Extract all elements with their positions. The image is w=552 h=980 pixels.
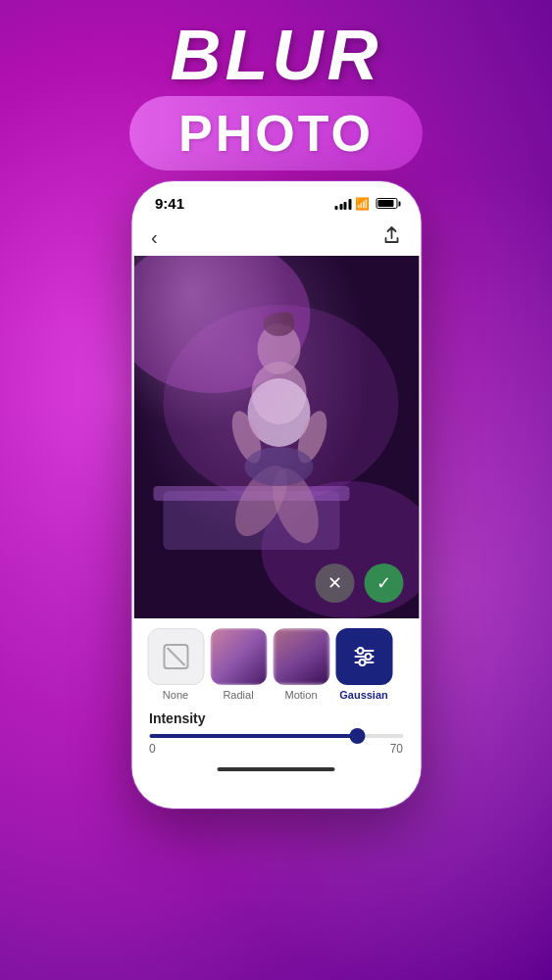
photo-area: ✕ ✓ [133, 256, 419, 618]
cancel-button[interactable]: ✕ [315, 564, 354, 603]
title-photo-wrap: PHOTO [129, 96, 423, 171]
phone-mockup: 9:41 📶 ‹ [131, 181, 421, 808]
blur-type-selector: None Radial Motion [133, 628, 419, 701]
intensity-section: Intensity 0 70 [133, 701, 419, 761]
blur-type-motion[interactable]: Motion [273, 628, 329, 701]
slider-container[interactable] [149, 734, 403, 738]
intensity-label: Intensity [149, 710, 403, 726]
svg-point-24 [359, 660, 365, 665]
radial-thumbnail [210, 628, 267, 685]
slider-track [149, 734, 403, 738]
action-buttons: ✕ ✓ [315, 564, 403, 603]
sliders-icon [351, 644, 376, 669]
wifi-icon: 📶 [355, 197, 370, 211]
title-area: BLUR PHOTO [0, 20, 552, 171]
svg-point-20 [357, 648, 363, 654]
slider-max: 70 [390, 742, 403, 756]
share-button[interactable] [381, 225, 401, 250]
status-icons: 📶 [335, 197, 398, 211]
blur-type-radial[interactable]: Radial [210, 628, 267, 701]
status-bar: 9:41 📶 [133, 183, 419, 218]
signal-icon [335, 198, 352, 210]
none-thumbnail [147, 628, 204, 685]
motion-thumbnail [273, 628, 329, 685]
svg-point-22 [365, 654, 371, 660]
blur-type-gaussian[interactable]: Gaussian [335, 628, 392, 701]
title-blur: BLUR [0, 20, 552, 90]
motion-label: Motion [284, 689, 317, 701]
radial-label: Radial [223, 689, 253, 701]
home-indicator [218, 767, 335, 771]
status-time: 9:41 [155, 195, 184, 212]
slider-min: 0 [149, 742, 156, 756]
slider-fill [149, 734, 357, 738]
confirm-button[interactable]: ✓ [364, 564, 403, 603]
none-label: None [163, 689, 188, 701]
slider-thumb[interactable] [349, 728, 365, 744]
phone-body: 9:41 📶 ‹ [131, 181, 421, 808]
gaussian-label: Gaussian [339, 689, 388, 701]
slash-icon [162, 643, 189, 670]
photo-inner: ✕ ✓ [133, 256, 419, 618]
gaussian-thumbnail [335, 628, 392, 685]
nav-bar: ‹ [133, 218, 419, 256]
title-photo: PHOTO [178, 105, 374, 162]
bottom-panel: None Radial Motion [133, 618, 419, 789]
back-button[interactable]: ‹ [151, 226, 158, 249]
battery-icon [376, 198, 397, 209]
slider-labels: 0 70 [149, 742, 403, 756]
blur-type-none[interactable]: None [147, 628, 204, 701]
svg-line-18 [167, 648, 184, 665]
